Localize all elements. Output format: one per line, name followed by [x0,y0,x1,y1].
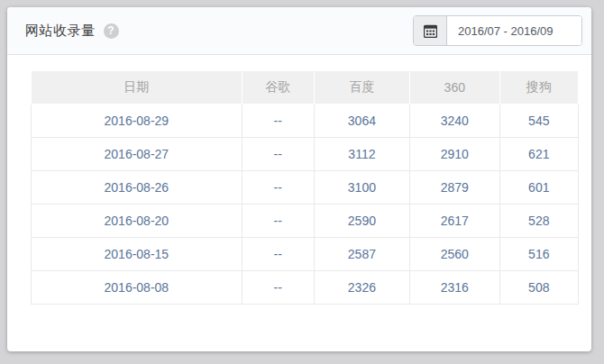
table-cell-baidu: 3064 [314,105,409,138]
help-icon[interactable]: ? [104,23,119,39]
panel-body: 日期谷歌百度360搜狗 2016-08-29--306432405452016-… [7,55,591,305]
table-cell-360: 2560 [410,238,500,271]
table-cell-baidu: 3100 [314,171,409,205]
table-cell-date: 2016-08-27 [32,138,243,171]
table-header-row: 日期谷歌百度360搜狗 [32,71,579,105]
table-row: 2016-08-27--31122910621 [32,138,579,171]
table-cell-baidu: 2587 [314,238,409,271]
table-cell-sogou: 528 [499,205,578,238]
index-table: 日期谷歌百度360搜狗 2016-08-29--306432405452016-… [31,70,579,305]
table-cell-360: 2617 [410,205,500,238]
table-cell-google: -- [242,138,314,171]
panel-title: 网站收录量 [25,23,96,40]
table-cell-sogou: 621 [499,138,578,171]
table-cell-date: 2016-08-20 [32,205,243,238]
table-cell-360: 2879 [410,171,500,205]
table-cell-google: -- [242,271,314,305]
table-row: 2016-08-08--23262316508 [32,271,579,305]
page-background: { "header": { "title": "网站收录量", "date_ra… [0,0,604,364]
calendar-icon[interactable] [414,16,447,45]
table-cell-google: -- [242,105,314,138]
table-cell-baidu: 2590 [314,205,409,238]
table-cell-sogou: 508 [499,271,578,305]
table-row: 2016-08-29--30643240545 [32,105,579,138]
table-body: 2016-08-29--306432405452016-08-27--31122… [32,105,579,305]
column-header-date: 日期 [32,71,243,105]
table-row: 2016-08-15--25872560516 [32,238,579,271]
column-header-sogou: 搜狗 [499,71,578,105]
table-cell-date: 2016-08-08 [32,271,243,305]
column-header-google: 谷歌 [242,71,314,105]
date-range-input[interactable] [447,16,581,45]
table-cell-date: 2016-08-29 [32,105,243,138]
table-cell-google: -- [242,205,314,238]
table-row: 2016-08-26--31002879601 [32,171,579,205]
table-cell-date: 2016-08-26 [32,171,243,205]
table-cell-date: 2016-08-15 [32,238,243,271]
table-cell-sogou: 516 [499,238,578,271]
column-header-360: 360 [410,71,500,105]
date-range-picker[interactable] [413,15,582,46]
table-row: 2016-08-20--25902617528 [32,205,579,238]
table-cell-360: 2316 [410,271,500,305]
table-cell-360: 2910 [410,138,500,171]
site-index-panel: 网站收录量 ? 日期谷歌百度360搜狗 [7,7,591,351]
table-cell-baidu: 3112 [314,138,409,171]
table-cell-360: 3240 [410,105,500,138]
table-cell-google: -- [242,171,314,205]
column-header-baidu: 百度 [314,71,409,105]
table-cell-sogou: 545 [499,105,578,138]
table-cell-baidu: 2326 [314,271,409,305]
table-cell-google: -- [242,238,314,271]
table-cell-sogou: 601 [499,171,578,205]
panel-header: 网站收录量 ? [7,7,591,55]
